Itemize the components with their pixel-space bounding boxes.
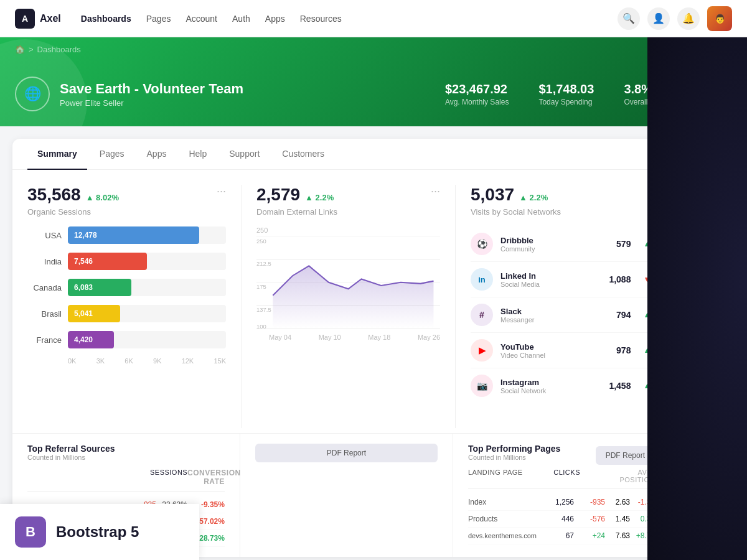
instagram-icon: 📷 <box>471 375 493 397</box>
hero-section: 🏠 > Dashboards 🌐 Save Earth - Volunteer … <box>0 37 747 126</box>
brand-name: Axel <box>40 13 61 24</box>
hero-stat-spending: $1,748.03 Today Spending <box>538 82 594 106</box>
hero-stat-monthly: $23,467.92 Avg. Monthly Sales <box>445 82 509 106</box>
svg-text:212.5: 212.5 <box>256 260 271 267</box>
pages-row-1: Index 1,256 -935 2.63 -1.35 <box>468 494 655 511</box>
pages-row-3: devs.keenthemes.com 67 +24 7.63 +8.73 <box>468 528 655 544</box>
stat-monthly-value: $23,467.92 <box>445 82 509 96</box>
svg-text:175: 175 <box>256 283 266 290</box>
nav-link-resources[interactable]: Resources <box>300 14 342 24</box>
pages-pdf-btn[interactable]: PDF Report <box>596 446 655 465</box>
pdf-col: PDF Report <box>240 434 453 557</box>
right-sidebar: Explore Help Buy now <box>722 126 747 560</box>
sidebar-tab-help[interactable]: Help <box>726 329 743 363</box>
bar-canada: Canada 6,083 <box>27 279 226 296</box>
bar-brasil: Brasil 5,041 <box>27 305 226 322</box>
stat-social-menu[interactable]: ··· <box>660 185 670 198</box>
bar-usa: USA 12,478 <box>27 226 226 244</box>
line-chart: 250 250 212.5 175 <box>256 217 440 351</box>
brand[interactable]: A Axel <box>15 9 61 29</box>
svg-text:137.5: 137.5 <box>256 306 271 313</box>
youtube-icon: ▶ <box>471 339 493 362</box>
sidebar-tab-explore[interactable]: Explore <box>726 286 743 329</box>
stat-spending-label: Today Spending <box>538 98 594 106</box>
user-avatar[interactable]: 👨 <box>707 6 732 31</box>
hero-content: 🌐 Save Earth - Volunteer Team Power Elit… <box>15 62 732 126</box>
hero-stat-days: -7.4% 7 Days <box>700 82 732 106</box>
bar-chart: USA 12,478 India 7,546 Canad <box>27 217 226 375</box>
stat-organic-change: ▲ 8.02% <box>86 193 119 202</box>
stat-social-label: Visits by Social Networks <box>471 207 670 217</box>
dribbble-icon: ⚽ <box>471 233 493 255</box>
brand-icon: A <box>15 9 35 29</box>
stat-share-value: 3.8% <box>624 82 669 96</box>
nav-link-dashboards[interactable]: Dashboards <box>81 14 131 24</box>
stat-card-domain: 2,579 ▲ 2.2% ··· Domain External Links 2… <box>242 185 456 428</box>
sidebar-tab-buynow[interactable]: Buy now <box>726 363 743 409</box>
tab-apps[interactable]: Apps <box>137 139 177 170</box>
stat-organic-value: 35,568 <box>27 185 81 205</box>
bootstrap-badge: B Bootstrap 5 <box>0 504 199 560</box>
top-pages: Top Performing Pages Counted in Millions… <box>453 434 670 557</box>
svg-text:100: 100 <box>256 323 266 329</box>
stat-days-value: -7.4% <box>700 82 732 96</box>
nav-links: Dashboards Pages Account Auth Apps Resou… <box>81 14 618 24</box>
stat-card-organic: 35,568 ▲ 8.02% ··· Organic Sessions USA … <box>27 185 242 428</box>
tab-summary[interactable]: Summary <box>27 139 87 170</box>
social-item-instagram: 📷 Instagram Social Network 1,458 ▲ 8.3% <box>471 368 670 403</box>
nav-link-apps[interactable]: Apps <box>265 14 285 24</box>
hero-info: Save Earth - Volunteer Team Power Elite … <box>60 81 243 108</box>
social-item-dribbble: ⚽ Dribbble Community 579 ▲ 2.6% <box>471 226 670 262</box>
stat-social-header: 5,037 ▲ 2.2% ··· <box>471 185 670 205</box>
chart-x-labels: May 04 May 10 May 18 May 26 <box>256 334 440 341</box>
search-button[interactable]: 🔍 <box>618 7 640 30</box>
stat-card-social: 5,037 ▲ 2.2% ··· Visits by Social Networ… <box>456 185 670 428</box>
hero-stat-share: 3.8% Overall Share <box>624 82 669 106</box>
tab-help[interactable]: Help <box>179 139 217 170</box>
bootstrap-text: Bootstrap 5 <box>56 523 139 541</box>
tab-pages[interactable]: Pages <box>90 139 134 170</box>
stat-days-label: 7 Days <box>700 98 732 106</box>
hero-stats: $23,467.92 Avg. Monthly Sales $1,748.03 … <box>445 82 732 106</box>
home-icon[interactable]: 🏠 <box>15 45 25 54</box>
stat-organic-menu[interactable]: ··· <box>217 185 226 198</box>
stat-social-value: 5,037 <box>471 185 514 205</box>
profile-button[interactable]: 👤 <box>647 7 670 30</box>
referral-table-header: SESSIONS CONVERSION RATE <box>27 469 225 492</box>
linkedin-icon: in <box>471 268 493 291</box>
tab-bar: Summary Pages Apps Help Support Customer… <box>12 139 685 170</box>
social-item-youtube: ▶ YouTube Video Channel 978 ▲ 4.1% <box>471 333 670 368</box>
breadcrumb: 🏠 > Dashboards <box>15 37 732 62</box>
svg-text:250: 250 <box>256 238 266 245</box>
tab-support[interactable]: Support <box>219 139 270 170</box>
stat-organic-label: Organic Sessions <box>27 207 226 217</box>
navbar-right: 🔍 👤 🔔 👨 <box>618 6 732 31</box>
hero-title: Save Earth - Volunteer Team <box>60 81 243 97</box>
referral-subtitle: Counted in Millions <box>27 454 225 461</box>
nav-link-account[interactable]: Account <box>186 14 217 24</box>
breadcrumb-current: Dashboards <box>37 45 81 54</box>
stat-monthly-label: Avg. Monthly Sales <box>445 98 509 106</box>
stat-domain-header: 2,579 ▲ 2.2% ··· <box>256 185 440 205</box>
stat-domain-menu[interactable]: ··· <box>431 185 440 198</box>
bar-x-axis: 0K 3K 6K 9K 12K 15K <box>27 357 226 365</box>
stat-spending-value: $1,748.03 <box>538 82 594 96</box>
hero-subtitle: Power Elite Seller <box>60 98 243 108</box>
stat-social-change: ▲ 2.2% <box>519 193 548 202</box>
bar-france: France 4,420 <box>27 331 226 348</box>
pages-row-2: Products 446 -576 1.45 0.32 <box>468 511 655 528</box>
bootstrap-icon: B <box>15 516 46 548</box>
stats-row: 35,568 ▲ 8.02% ··· Organic Sessions USA … <box>12 170 685 428</box>
tab-customers[interactable]: Customers <box>272 139 334 170</box>
social-item-linkedin: in Linked In Social Media 1,088 ▼ 0.4% <box>471 262 670 297</box>
hero-logo: 🌐 <box>15 77 50 111</box>
nav-link-auth[interactable]: Auth <box>232 14 250 24</box>
slack-icon: # <box>471 304 493 326</box>
stat-domain-label: Domain External Links <box>256 207 440 217</box>
pdf-report-btn[interactable]: PDF Report <box>255 444 438 462</box>
line-chart-svg: 250 212.5 175 137.5 100 <box>256 236 440 329</box>
social-list: ⚽ Dribbble Community 579 ▲ 2.6% in <box>471 217 670 413</box>
nav-link-pages[interactable]: Pages <box>146 14 171 24</box>
stat-share-label: Overall Share <box>624 98 669 106</box>
notifications-button[interactable]: 🔔 <box>677 7 700 30</box>
